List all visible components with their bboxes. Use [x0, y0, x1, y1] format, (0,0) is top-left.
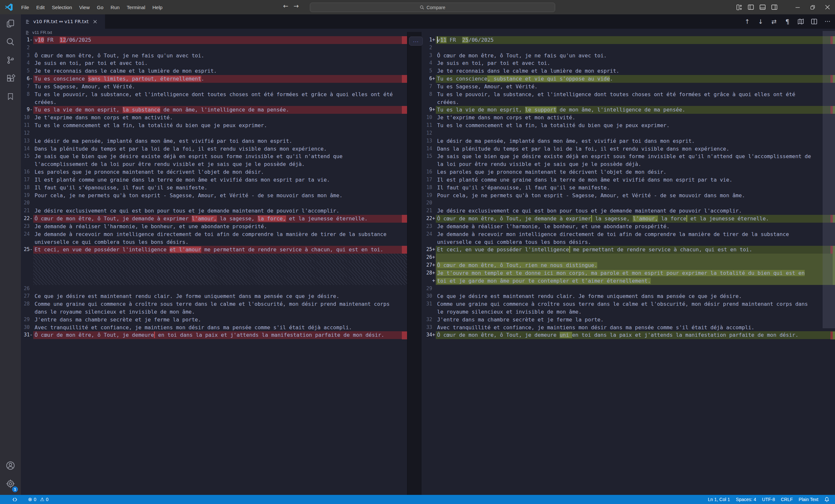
- line-text-left-12[interactable]: [33, 129, 407, 137]
- minimize-button[interactable]: [790, 0, 805, 14]
- line-text-right-10[interactable]: Je t'exprime dans mon corps et mon activ…: [436, 114, 835, 122]
- line-text-left-26[interactable]: [33, 285, 407, 293]
- line-text-left-11[interactable]: Tu es le commencement et la fin, la tota…: [33, 122, 407, 129]
- line-text-left-16[interactable]: Les paroles que je prononce maintenant t…: [33, 168, 407, 176]
- activity-extensions[interactable]: [0, 69, 21, 87]
- activity-bookmarks[interactable]: [0, 87, 21, 106]
- diff-sash[interactable]: [407, 32, 422, 495]
- eol-sequence[interactable]: CRLF: [778, 495, 796, 504]
- line-text-right-17[interactable]: Il est planté comme une graine dans la t…: [436, 176, 835, 184]
- line-text-right-30[interactable]: Ce que je désire est maintenant rendu cl…: [436, 292, 835, 300]
- line-text-right-31[interactable]: Comme une graine qui commence à croître …: [436, 300, 835, 308]
- customize-layout-icon[interactable]: [736, 4, 742, 10]
- line-text-left-10[interactable]: Je t'exprime dans mon corps et mon activ…: [33, 114, 407, 122]
- line-text-right-wrap-36[interactable]: le royaume silencieux et invisible de mo…: [436, 308, 835, 316]
- line-text-left-29[interactable]: J'entre dans ma chambre secrète et je fe…: [33, 316, 407, 324]
- line-text-right-18[interactable]: Il faut qu'il s'épanouisse, il faut qu'i…: [436, 184, 835, 192]
- remote-indicator[interactable]: [9, 495, 21, 504]
- scrollbar-slider[interactable]: [822, 31, 835, 328]
- line-text-right-wrap-32[interactable]: toi et je garde mon âme pour te contempl…: [436, 277, 835, 285]
- line-text-right-4[interactable]: Je suis en toi, par toi et avec toi.: [436, 59, 835, 67]
- line-text-right-28[interactable]: Je t'ouvre mon temple et te donne ici mo…: [436, 269, 835, 277]
- line-text-right-26[interactable]: [436, 254, 835, 261]
- line-text-left-wrap-17[interactable]: l'accomplissement de la loi pour être re…: [33, 161, 407, 168]
- line-text-left-1[interactable]: v10 FR 12/06/2025: [33, 36, 407, 44]
- nav-back-icon[interactable]: ←: [283, 2, 288, 9]
- line-text-right-8[interactable]: Tu es le pouvoir, la substance, et l'int…: [436, 91, 835, 99]
- line-text-left-6[interactable]: Tu es conscience sans limites, partout, …: [33, 75, 407, 83]
- next-change-icon[interactable]: ↓: [756, 17, 765, 26]
- line-text-left-wrap-36[interactable]: dans le royaume silencieux et invisible …: [33, 308, 407, 316]
- line-text-right-20[interactable]: [436, 199, 835, 207]
- more-actions-icon[interactable]: ···: [823, 17, 832, 26]
- line-text-right-25[interactable]: Et ceci, en vue de posséder l'intelligen…: [436, 246, 835, 254]
- menu-item-view[interactable]: View: [76, 3, 93, 12]
- indentation[interactable]: Spaces: 4: [733, 495, 759, 504]
- language-mode[interactable]: Plain Text: [796, 495, 821, 504]
- line-text-left-7[interactable]: Tu es Sagesse, Amour, et Vérité.: [33, 83, 407, 91]
- encoding[interactable]: UTF-8: [759, 495, 778, 504]
- line-text-right-5[interactable]: Je te reconnais dans le calme et la lumi…: [436, 67, 835, 75]
- activity-explorer[interactable]: [0, 14, 21, 33]
- activity-account[interactable]: [0, 456, 21, 475]
- line-text-right-33[interactable]: Avec tranquillité et confiance, je maint…: [436, 324, 835, 332]
- activity-search[interactable]: [0, 33, 21, 51]
- line-text-left-28[interactable]: Comme une graine qui commence à croître …: [33, 300, 407, 308]
- line-text-left-wrap-29[interactable]: [33, 254, 407, 261]
- show-whitespace-icon[interactable]: ¶: [783, 17, 792, 26]
- line-text-left-21[interactable]: Je désire exclusivement ce qui est bon p…: [33, 207, 407, 215]
- menu-item-run[interactable]: Run: [107, 3, 123, 12]
- activity-settings[interactable]: 1: [0, 475, 21, 493]
- line-text-right-6[interactable]: Tu es conscience, substance et vie qui s…: [436, 75, 835, 83]
- line-text-right-22[interactable]: Ô cœur de mon être, ô Tout, je demande à…: [436, 215, 835, 223]
- line-text-left-wrap-27[interactable]: universelle ce qui comblera tous les bon…: [33, 238, 407, 246]
- line-text-right-27[interactable]: Ô cœur de mon être, ô Tout, rien ne nous…: [436, 261, 835, 269]
- line-text-right-19[interactable]: Pour cela, je ne permets qu'à ton esprit…: [436, 192, 835, 200]
- line-text-left-31[interactable]: Ô cœur de mon être, ô Tout, je demeure e…: [33, 331, 407, 339]
- line-text-left-wrap-32[interactable]: [33, 277, 407, 285]
- toggle-map-icon[interactable]: [796, 17, 805, 26]
- cursor-position[interactable]: Ln 1, Col 1: [705, 495, 733, 504]
- line-text-right-1[interactable]: v11 FR 25/06/2025: [436, 36, 835, 44]
- activity-source-control[interactable]: [0, 51, 21, 69]
- close-button[interactable]: [820, 0, 835, 14]
- toggle-primary-sidebar-icon[interactable]: [748, 4, 754, 10]
- line-text-left-4[interactable]: Je suis en toi, par toi et avec toi.: [33, 59, 407, 67]
- line-text-right-13[interactable]: Le désir de ma pensée, implanté dans mon…: [436, 137, 835, 145]
- line-text-left-14[interactable]: Dans la plénitude du temps et par la loi…: [33, 145, 407, 153]
- line-text-left-18[interactable]: Il faut qu'il s'épanouisse, il faut qu'i…: [33, 184, 407, 192]
- line-text-right-23[interactable]: Je demande à réaliser l'harmonie, le bon…: [436, 223, 835, 230]
- diff-margin-more-button[interactable]: ···: [409, 37, 423, 46]
- line-text-right-16[interactable]: Les paroles que je prononce maintenant t…: [436, 168, 835, 176]
- line-text-left-17[interactable]: Il est planté comme une graine dans la t…: [33, 176, 407, 184]
- line-text-left-22[interactable]: Ô cœur de mon être, ô Tout, je demande à…: [33, 215, 407, 223]
- line-text-right-wrap-9[interactable]: créées.: [436, 99, 835, 106]
- menu-item-selection[interactable]: Selection: [48, 3, 76, 12]
- line-text-left-27[interactable]: Ce que je désire est maintenant rendu cl…: [33, 292, 407, 300]
- toggle-secondary-sidebar-icon[interactable]: [771, 4, 778, 10]
- line-text-left-25[interactable]: Et ceci, en vue de posséder l'intelligen…: [33, 246, 407, 254]
- line-text-left-19[interactable]: Pour cela, je ne permets qu'à ton esprit…: [33, 192, 407, 200]
- line-text-right-29[interactable]: [436, 285, 835, 293]
- line-text-right-11[interactable]: Tu es le commencement et la fin, la tota…: [436, 122, 835, 129]
- menu-item-edit[interactable]: Edit: [33, 3, 48, 12]
- menu-item-file[interactable]: File: [18, 3, 33, 12]
- line-text-right-9[interactable]: Tu es la vie de mon esprit, le support d…: [436, 106, 835, 114]
- line-text-left-8[interactable]: Tu es le pouvoir, la substance, et l'int…: [33, 91, 407, 99]
- menu-item-terminal[interactable]: Terminal: [123, 3, 149, 12]
- line-text-left-wrap-31[interactable]: [33, 269, 407, 277]
- line-text-right-34[interactable]: Ô cœur de mon être, ô Tout, je demeure u…: [436, 331, 835, 339]
- line-text-right-14[interactable]: Dans la plénitude du temps et par la loi…: [436, 145, 835, 153]
- line-text-left-23[interactable]: Je demande à réaliser l'harmonie, le bon…: [33, 223, 407, 230]
- line-text-right-3[interactable]: Ô cœur de mon être, ô Tout, je ne fais q…: [436, 52, 835, 60]
- line-text-left-9[interactable]: Tu es la vie de mon esprit, la substance…: [33, 106, 407, 114]
- menu-item-help[interactable]: Help: [149, 3, 166, 12]
- line-text-right-32[interactable]: J'entre dans ma chambre secrète et je fe…: [436, 316, 835, 324]
- line-text-left-30[interactable]: Avec tranquillité et confiance, je maint…: [33, 324, 407, 332]
- line-text-right-15[interactable]: Je sais que le bien que je désire existe…: [436, 152, 835, 161]
- line-text-right-wrap-27[interactable]: universelle ce qui comblera tous les bon…: [436, 238, 835, 246]
- nav-forward-icon[interactable]: →: [293, 2, 299, 9]
- notifications-bell[interactable]: [821, 495, 832, 504]
- line-text-left-3[interactable]: Ô cœur de mon être, ô Tout, je ne fais q…: [33, 52, 407, 60]
- line-text-left-24[interactable]: Je demande à recevoir mon intelligence d…: [33, 230, 407, 238]
